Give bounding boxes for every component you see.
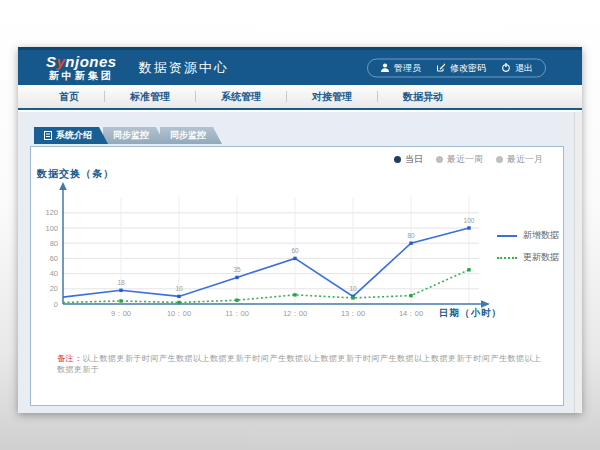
data-point-marker <box>409 294 412 297</box>
page-title: 数据资源中心 <box>139 59 229 77</box>
change-password-label: 修改密码 <box>450 61 486 74</box>
logo: Synjones 新中新集团 <box>46 54 117 81</box>
legend-swatch-solid-line <box>497 235 517 237</box>
data-point-marker <box>177 295 180 298</box>
document-icon <box>44 131 52 140</box>
data-point-label: 80 <box>407 232 415 239</box>
logo-part1: S <box>46 53 57 70</box>
data-point-label: 10 <box>349 285 357 292</box>
legend-label: 更新数据 <box>523 251 559 264</box>
data-point-marker <box>351 296 354 299</box>
data-point-marker <box>467 226 470 229</box>
y-tick-label: 60 <box>50 254 58 263</box>
data-point-marker <box>293 293 296 296</box>
chart-legend: 新增数据 更新数据 <box>497 229 559 273</box>
data-point-marker <box>177 301 180 304</box>
tab-label: 同步监控 <box>113 129 149 142</box>
x-tick-label: 13：00 <box>341 309 365 318</box>
nav-item-standard-mgmt[interactable]: 标准管理 <box>105 91 196 102</box>
x-tick-label: 14：00 <box>399 309 423 318</box>
legend-item-updated-data[interactable]: 更新数据 <box>497 251 559 264</box>
change-password-button[interactable]: 修改密码 <box>436 61 486 74</box>
vertical-scrollbar[interactable] <box>574 112 582 413</box>
power-icon <box>501 63 511 73</box>
main-nav: 首页 标准管理 系统管理 对接管理 数据异动 <box>18 85 582 110</box>
data-point-marker <box>119 289 122 292</box>
data-point-label: 100 <box>464 217 475 224</box>
nav-item-connect-mgmt[interactable]: 对接管理 <box>287 91 378 102</box>
legend-item-new-data[interactable]: 新增数据 <box>497 229 559 242</box>
edit-icon <box>436 63 446 73</box>
nav-item-data-change[interactable]: 数据异动 <box>378 91 468 102</box>
tab-label: 同步监控 <box>170 129 206 142</box>
data-point-label: 35 <box>233 266 241 273</box>
y-axis-arrow <box>59 182 67 190</box>
logout-button[interactable]: 退出 <box>501 61 533 74</box>
user-icon <box>380 63 390 73</box>
data-point-marker <box>467 268 470 271</box>
user-menu[interactable]: 管理员 <box>380 61 421 74</box>
chart-panel: 当日 最近一周 最近一月 数据交换（条） 0204060801001209：00… <box>30 146 564 406</box>
footnote-text: 以上数据更新于时间产生数据以上数据更新于时间产生数据以上数据更新于时间产生数据以… <box>57 354 542 374</box>
y-tick-label: 0 <box>54 300 58 309</box>
legend-swatch-dotted-line <box>497 257 517 259</box>
content-area: 系统介绍 同步监控 同步监控 当日 最近一周 <box>18 112 582 413</box>
user-label: 管理员 <box>394 61 421 74</box>
x-tick-label: 11：00 <box>225 309 249 318</box>
logo-part2: njones <box>65 53 116 70</box>
x-tick-label: 10：00 <box>167 309 191 318</box>
user-toolbar: 管理员 修改密码 退出 <box>367 58 546 77</box>
nav-item-system-mgmt[interactable]: 系统管理 <box>196 91 287 102</box>
y-tick-label: 100 <box>45 224 58 233</box>
tab-sync-monitor-1[interactable]: 同步监控 <box>103 127 165 144</box>
logo-subtitle: 新中新集团 <box>46 71 117 81</box>
y-tick-label: 40 <box>50 269 58 278</box>
footnote: 备注：以上数据更新于时间产生数据以上数据更新于时间产生数据以上数据更新于时间产生… <box>57 353 545 375</box>
tab-label: 系统介绍 <box>56 129 92 142</box>
data-point-marker <box>409 242 412 245</box>
tab-sync-monitor-2[interactable]: 同步监控 <box>160 127 222 144</box>
logout-label: 退出 <box>515 61 533 74</box>
logo-synjones: Synjones <box>46 54 117 69</box>
footnote-prefix: 备注： <box>57 354 83 363</box>
data-point-marker <box>235 299 238 302</box>
data-point-marker <box>293 257 296 260</box>
data-point-label: 18 <box>117 279 125 286</box>
y-tick-label: 120 <box>45 208 58 217</box>
data-point-label: 60 <box>291 247 299 254</box>
legend-label: 新增数据 <box>523 229 559 242</box>
data-point-marker <box>119 299 122 302</box>
y-tick-label: 80 <box>50 239 58 248</box>
nav-item-home[interactable]: 首页 <box>34 91 105 102</box>
tab-bar: 系统介绍 同步监控 同步监控 <box>34 127 217 144</box>
x-tick-label: 12：00 <box>283 309 307 318</box>
app-window: Synjones 新中新集团 数据资源中心 管理员 修改密码 退出 首页 标准管… <box>18 47 582 413</box>
tab-system-intro[interactable]: 系统介绍 <box>34 127 108 144</box>
y-tick-label: 20 <box>50 284 58 293</box>
data-point-label: 10 <box>175 285 183 292</box>
data-point-marker <box>235 276 238 279</box>
x-axis-title: 日期（小时） <box>439 307 502 320</box>
app-header: Synjones 新中新集团 数据资源中心 管理员 修改密码 退出 <box>18 47 582 85</box>
x-tick-label: 9：00 <box>111 309 131 318</box>
